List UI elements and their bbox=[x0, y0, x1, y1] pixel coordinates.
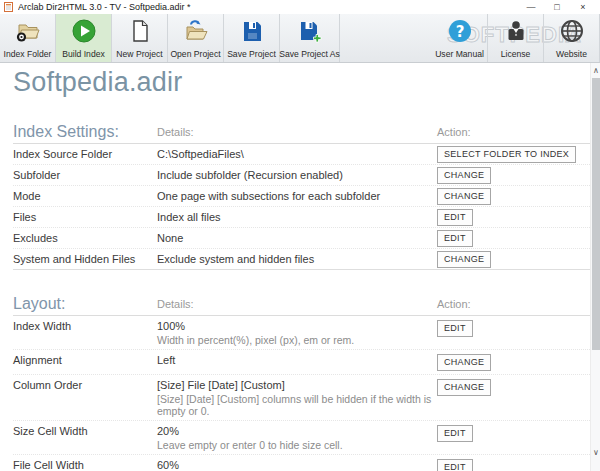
new-project-icon bbox=[127, 18, 153, 44]
toolbar: SOFTPEDIA Index Folder Build Index New P… bbox=[0, 14, 600, 63]
details-column-header: Details: bbox=[157, 126, 437, 138]
edit-button[interactable]: EDIT bbox=[437, 459, 473, 471]
app-icon bbox=[4, 2, 13, 12]
row-label: Mode bbox=[13, 190, 157, 202]
toolbar-item-label: License bbox=[501, 50, 531, 59]
edit-button[interactable]: EDIT bbox=[437, 320, 473, 337]
scrollbar-thumb[interactable] bbox=[592, 78, 600, 350]
save-project-icon bbox=[239, 18, 265, 44]
edit-button[interactable]: EDIT bbox=[437, 230, 473, 247]
settings-row: Mode One page with subsections for each … bbox=[13, 185, 590, 206]
settings-row: Column Order [Size] File [Date] [Custom]… bbox=[13, 374, 590, 420]
row-label: Size Cell Width bbox=[13, 425, 157, 437]
toolbar-spacer bbox=[340, 14, 432, 62]
toolbar-item-label: Save Project bbox=[227, 50, 276, 59]
row-detail: Include subfolder (Recursion enabled) bbox=[157, 169, 437, 182]
toolbar-item-label: User Manual bbox=[435, 50, 484, 59]
settings-row: System and Hidden Files Exclude system a… bbox=[13, 248, 590, 269]
save-project-as-button[interactable]: Save Project As bbox=[280, 14, 340, 62]
row-subdetail: Width in percent(%), pixel (px), em or r… bbox=[157, 334, 437, 346]
row-subdetail: Leave empty or enter 0 to hide size cell… bbox=[157, 439, 437, 451]
toolbar-item-label: Save Project As bbox=[279, 50, 340, 59]
main-content: Softpedia.adir Index Settings: Details: … bbox=[0, 63, 600, 471]
change-button[interactable]: CHANGE bbox=[437, 379, 491, 396]
build-index-button[interactable]: Build Index bbox=[56, 14, 112, 62]
section-title: Index Settings: bbox=[13, 123, 157, 141]
license-button[interactable]: License bbox=[488, 14, 544, 62]
toolbar-item-label: Open Project bbox=[170, 50, 220, 59]
row-label: Index Width bbox=[13, 320, 157, 332]
edit-button[interactable]: EDIT bbox=[437, 209, 473, 226]
row-detail: 20% bbox=[157, 425, 437, 438]
row-label: System and Hidden Files bbox=[13, 253, 157, 265]
section-title: Layout: bbox=[13, 295, 157, 313]
close-button[interactable]: × bbox=[570, 1, 596, 14]
page-title: Softpedia.adir bbox=[13, 66, 600, 98]
settings-row: Excludes None EDIT bbox=[13, 227, 590, 248]
window-title: Arclab Dir2HTML 3.0 - TV - Softpedia.adi… bbox=[18, 2, 518, 12]
toolbar-item-label: New Project bbox=[116, 50, 162, 59]
new-project-button[interactable]: New Project bbox=[112, 14, 168, 62]
website-icon bbox=[559, 18, 585, 44]
open-project-icon bbox=[183, 18, 209, 44]
row-label: Alignment bbox=[13, 354, 157, 366]
change-button[interactable]: CHANGE bbox=[437, 251, 491, 268]
action-column-header: Action: bbox=[437, 298, 586, 310]
row-label: Subfolder bbox=[13, 169, 157, 181]
toolbar-item-label: Website bbox=[556, 50, 587, 59]
user-manual-button[interactable]: ? User Manual bbox=[432, 14, 488, 62]
settings-row: File Cell Width 60% The file cell width … bbox=[13, 454, 590, 471]
edit-button[interactable]: EDIT bbox=[437, 425, 473, 442]
save-project-as-icon bbox=[297, 18, 323, 44]
license-icon bbox=[503, 18, 529, 44]
row-detail: 60% bbox=[157, 459, 437, 471]
change-button[interactable]: CHANGE bbox=[437, 167, 491, 184]
select-folder-to-index-button[interactable]: SELECT FOLDER TO INDEX bbox=[437, 146, 576, 163]
row-label: Index Source Folder bbox=[13, 148, 157, 160]
toolbar-item-label: Index Folder bbox=[4, 50, 52, 59]
save-project-button[interactable]: Save Project bbox=[224, 14, 280, 62]
section-index-settings: Index Settings: Details: Action: Index S… bbox=[0, 120, 600, 270]
user-manual-icon: ? bbox=[447, 18, 473, 44]
settings-row: Subfolder Include subfolder (Recursion e… bbox=[13, 164, 590, 185]
row-detail: None bbox=[157, 232, 437, 245]
row-detail: Exclude system and hidden files bbox=[157, 253, 437, 266]
settings-row: Alignment Left CHANGE bbox=[13, 349, 590, 374]
build-index-icon bbox=[71, 18, 97, 44]
row-label: Files bbox=[13, 211, 157, 223]
section-layout: Layout: Details: Action: Index Width 100… bbox=[0, 292, 600, 471]
maximize-button[interactable]: □ bbox=[544, 1, 570, 14]
action-column-header: Action: bbox=[437, 126, 586, 138]
change-button[interactable]: CHANGE bbox=[437, 188, 491, 205]
open-project-button[interactable]: Open Project bbox=[168, 14, 224, 62]
index-folder-button[interactable]: Index Folder bbox=[0, 14, 56, 62]
minimize-button[interactable]: — bbox=[518, 1, 544, 14]
row-label: File Cell Width bbox=[13, 459, 157, 471]
row-label: Excludes bbox=[13, 232, 157, 244]
row-label: Column Order bbox=[13, 379, 157, 391]
toolbar-item-label: Build Index bbox=[62, 50, 105, 59]
vertical-scrollbar[interactable]: ∧ ∨ bbox=[590, 63, 600, 471]
details-column-header: Details: bbox=[157, 298, 437, 310]
change-button[interactable]: CHANGE bbox=[437, 354, 491, 371]
settings-row: Index Width 100% Width in percent(%), pi… bbox=[13, 316, 590, 349]
settings-row: Size Cell Width 20% Leave empty or enter… bbox=[13, 420, 590, 454]
index-folder-icon bbox=[15, 18, 41, 44]
window-titlebar: Arclab Dir2HTML 3.0 - TV - Softpedia.adi… bbox=[0, 0, 600, 14]
scroll-down-arrow-icon[interactable]: ∨ bbox=[591, 447, 600, 459]
website-button[interactable]: Website bbox=[544, 14, 600, 62]
row-detail: Index all files bbox=[157, 211, 437, 224]
settings-row: Files Index all files EDIT bbox=[13, 206, 590, 227]
settings-row: Index Source Folder C:\SoftpediaFiles\ S… bbox=[13, 144, 590, 164]
row-detail: 100% bbox=[157, 320, 437, 333]
row-detail: One page with subsections for each subfo… bbox=[157, 190, 437, 203]
row-detail: C:\SoftpediaFiles\ bbox=[157, 148, 437, 161]
row-subdetail: [Size] [Date] [Custom] columns will be h… bbox=[157, 393, 437, 417]
svg-text:?: ? bbox=[455, 23, 464, 41]
scroll-up-arrow-icon[interactable]: ∧ bbox=[591, 65, 600, 77]
row-detail: [Size] File [Date] [Custom] bbox=[157, 379, 437, 392]
row-detail: Left bbox=[157, 354, 437, 367]
